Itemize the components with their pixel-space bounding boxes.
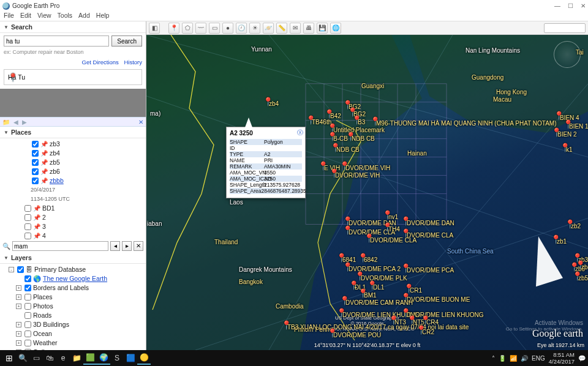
task-view[interactable]: ▭ <box>29 351 43 365</box>
task-chrome[interactable]: 🟡 <box>137 351 151 365</box>
task-edge[interactable]: e <box>56 351 70 365</box>
tree-item[interactable]: 📌zb6 <box>9 167 143 176</box>
start-button[interactable]: ⊞ <box>2 351 16 365</box>
tree-item[interactable]: +3D Buildings <box>9 320 143 329</box>
tray-wifi-icon[interactable]: 📶 <box>510 355 517 362</box>
menu-view[interactable]: View <box>37 12 51 21</box>
tray-notifications-icon[interactable]: 💬 <box>578 355 586 362</box>
tree-item[interactable]: Roads <box>9 311 143 320</box>
tree-label[interactable]: zb5 <box>50 158 60 167</box>
map-pushpin[interactable]: 📍 <box>339 296 350 305</box>
expander-icon[interactable]: + <box>16 340 21 346</box>
tree-label[interactable]: Roads <box>33 311 51 320</box>
tree-item[interactable]: +Photos <box>9 302 143 311</box>
expander-icon[interactable]: + <box>16 331 21 337</box>
tree-checkbox[interactable] <box>24 205 31 212</box>
tree-label[interactable]: 3D Buildings <box>33 320 69 329</box>
tree-label[interactable]: Ocean <box>33 329 52 338</box>
map-pushpin[interactable]: 📍 <box>420 315 431 325</box>
back-icon[interactable]: ◀ <box>13 119 18 125</box>
get-directions-link[interactable]: Get Directions <box>82 59 119 65</box>
filter-prev-button[interactable]: ◂ <box>110 241 120 251</box>
email-button[interactable]: ✉ <box>290 23 301 34</box>
tree-item[interactable]: 📌zb3 <box>9 140 143 149</box>
places-panel-header[interactable]: ▼Places <box>0 127 146 138</box>
tree-checkbox[interactable] <box>32 141 39 148</box>
menu-file[interactable]: File <box>4 12 14 21</box>
tree-item[interactable]: 📌zb5 <box>9 158 143 167</box>
map-pushpin[interactable]: 📍 <box>404 283 414 293</box>
tray-volume-icon[interactable]: 🔊 <box>521 355 528 362</box>
expander-icon[interactable]: + <box>16 294 21 300</box>
task-skype[interactable]: S <box>110 351 124 365</box>
tree-checkbox[interactable] <box>24 294 31 301</box>
tree-label[interactable]: Places <box>33 293 53 302</box>
tree-label[interactable]: Borders and Labels <box>33 283 89 293</box>
map-pushpin[interactable]: 📍 <box>565 219 575 229</box>
tree-item[interactable]: +Ocean <box>9 329 143 338</box>
search-panel-header[interactable]: ▼Search <box>0 21 146 33</box>
search-result[interactable]: 📍 Hà Tu <box>4 69 142 85</box>
task-explorer[interactable]: 📁 <box>70 351 83 365</box>
map-pushpin[interactable]: 📍 <box>401 263 411 273</box>
tree-checkbox[interactable] <box>32 168 39 175</box>
task-excel[interactable]: 🟩 <box>83 351 97 365</box>
tree-item[interactable]: +Gallery <box>9 348 143 350</box>
menu-add[interactable]: Add <box>78 12 90 21</box>
tree-label[interactable]: Weather <box>33 338 58 348</box>
map-pushpin[interactable]: 📍 <box>342 262 353 272</box>
map-pushpin[interactable]: 📍 <box>401 293 411 302</box>
tree-checkbox[interactable] <box>32 159 39 166</box>
tree-checkbox[interactable] <box>24 331 31 337</box>
tree-checkbox[interactable] <box>24 312 31 319</box>
tree-checkbox[interactable] <box>24 285 31 291</box>
tree-checkbox[interactable] <box>24 321 31 328</box>
task-store[interactable]: 🛍 <box>43 351 56 365</box>
image-overlay-button[interactable]: ▭ <box>209 23 220 34</box>
tree-item[interactable]: +Weather <box>9 338 143 348</box>
folder-icon[interactable]: 📁 <box>2 119 10 125</box>
map-pushpin[interactable]: 📍 <box>382 210 393 220</box>
map-pushpin[interactable]: 📍 <box>342 216 353 226</box>
menu-tools[interactable]: Tools <box>58 12 73 21</box>
map-pushpin[interactable]: 📍 <box>336 253 347 263</box>
task-ge[interactable]: 🌍 <box>97 351 110 365</box>
balloon-close-button[interactable]: ⓧ <box>297 129 303 137</box>
tree-item[interactable]: 📌zb4 <box>9 149 143 158</box>
map-pushpin[interactable]: 📍 <box>572 271 582 281</box>
search-button[interactable]: Search <box>111 35 142 47</box>
menu-help[interactable]: Help <box>96 12 110 21</box>
tree-checkbox[interactable] <box>32 177 39 184</box>
map-pushpin[interactable]: 📍 <box>401 228 411 238</box>
map-pushpin[interactable]: 📍 <box>355 271 365 281</box>
tree-label[interactable]: Gallery <box>33 348 53 350</box>
compass-nav[interactable] <box>554 41 581 68</box>
tree-label[interactable]: zb4 <box>50 149 60 158</box>
map-pushpin[interactable]: 📍 <box>569 262 579 272</box>
tree-label[interactable]: 3 <box>42 222 46 231</box>
print-button[interactable]: 🖶 <box>303 23 314 34</box>
map-viewport[interactable]: ⓧ A2 3250 SHAPEPolygonIDTYPEA2NAMEPRIREM… <box>146 35 588 350</box>
tree-checkbox[interactable] <box>17 266 24 273</box>
tree-item[interactable]: 📌BD1 <box>9 204 143 213</box>
history-close-button[interactable]: ✕ <box>138 119 143 125</box>
tree-checkbox[interactable] <box>32 150 39 157</box>
menu-edit[interactable]: Edit <box>20 12 31 21</box>
tree-label[interactable]: The new Google Earth <box>43 274 107 283</box>
tree-checkbox[interactable] <box>24 349 31 350</box>
maximize-button[interactable]: ☐ <box>568 2 573 9</box>
tree-checkbox[interactable] <box>24 340 31 346</box>
tree-item[interactable]: +Borders and Labels <box>9 283 143 293</box>
map-pushpin[interactable]: 📍 <box>575 260 586 270</box>
tree-item[interactable]: +Places <box>9 293 143 302</box>
map-pushpin[interactable]: 📍 <box>382 222 393 232</box>
tree-label[interactable]: BD1 <box>42 204 55 213</box>
search-input[interactable] <box>4 35 109 47</box>
tree-checkbox[interactable] <box>24 275 31 282</box>
tree-checkbox[interactable] <box>24 223 31 230</box>
sunlight-button[interactable]: ☀ <box>249 23 260 34</box>
tray-battery-icon[interactable]: 🔋 <box>499 355 506 362</box>
close-button[interactable]: ✕ <box>581 2 586 9</box>
history-imagery-button[interactable]: 🕘 <box>236 23 247 34</box>
map-pushpin[interactable]: 📍 <box>416 325 426 335</box>
